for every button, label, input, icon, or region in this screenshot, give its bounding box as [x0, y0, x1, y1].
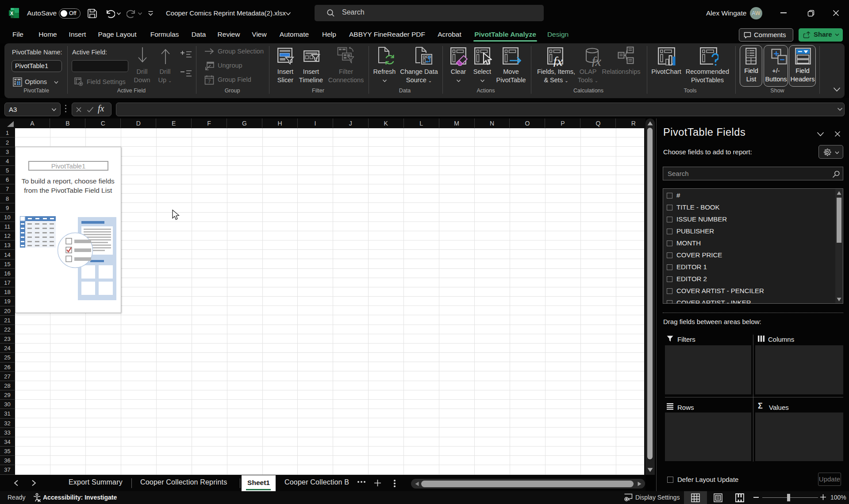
svg-text:7: 7	[208, 79, 211, 84]
svg-text:fx: fx	[592, 54, 601, 67]
svg-text:fx: fx	[553, 54, 563, 67]
svg-text:X: X	[10, 11, 13, 16]
